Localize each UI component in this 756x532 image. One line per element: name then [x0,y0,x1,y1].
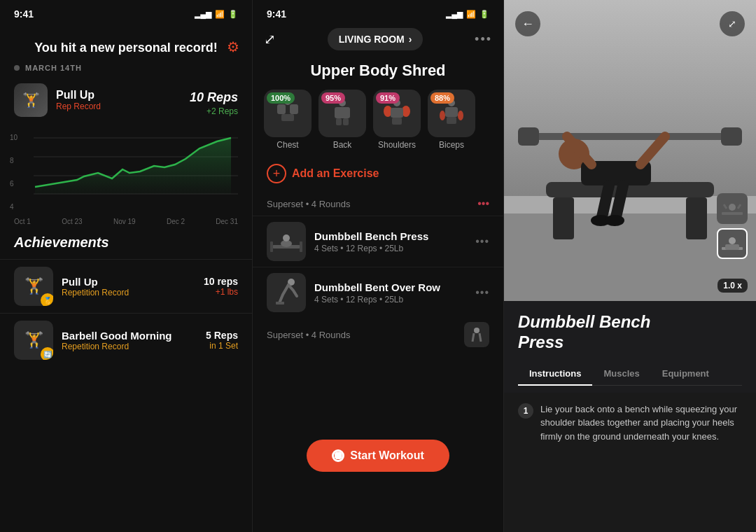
p2-statusbar: 9:41 ▂▄▆ 📶 🔋 [253,0,503,25]
p1-record-row: 🏋 Pull Up Rep Record 10 Reps +2 Reps [0,80,252,128]
y-label-6: 6 [10,180,18,188]
muscle-categories: 100% Chest 95% Back [253,90,503,160]
tab-muscles[interactable]: Muscles [592,363,650,386]
svg-rect-10 [336,118,342,125]
x-label-dec2: Dec 2 [167,218,185,225]
superset2-thumb [464,322,489,347]
muscle-biceps[interactable]: 88% Biceps [428,90,475,150]
tab-equipment-label: Equipment [662,368,709,379]
superset2-label: Superset • 4 Rounds [253,318,503,353]
chart-svg [14,131,238,215]
date-dot [14,65,20,71]
svg-rect-36 [518,127,539,146]
ach-delta-pullup: +1 lbs [204,287,238,297]
panel-personal-record: 9:41 ▂▄▆ 📶 🔋 ⚙ You hit a new personal re… [0,0,252,532]
muscle-biceps-icon-wrap: 88% [428,90,475,137]
bent-row-more-icon[interactable]: ••• [475,286,489,299]
svg-rect-52 [725,244,739,250]
muscle-back-label: Back [333,140,352,150]
muscle-shoulders[interactable]: 91% Shoulders [373,90,421,150]
ach-info-pullup: Pull Up Repetition Record [62,276,195,298]
bench-press-more-icon[interactable]: ••• [475,235,489,248]
bent-row-svg [269,275,304,310]
add-exercise-label: Add an Exercise [292,167,379,180]
p2-battery-icon: 🔋 [479,10,489,19]
svg-point-26 [283,234,290,241]
p1-date-row: MARCH 14TH [0,64,252,80]
svg-point-29 [474,328,479,333]
p3-exercise-title: Dumbbell Bench Press [518,312,742,353]
y-label-8: 8 [10,157,18,164]
muscle-biceps-label: Biceps [439,140,464,150]
svg-line-43 [616,186,623,217]
svg-rect-11 [343,118,349,125]
svg-rect-9 [335,107,350,118]
p2-expand-icon[interactable]: ⤢ [264,31,276,48]
superset1-label: Superset • 4 Rounds ••• [253,193,503,216]
p3-speed-badge[interactable]: 1.0 x [718,279,748,293]
ach-name-barbellgm: Barbell Good Morning [62,330,197,342]
p2-location-text: LIVING ROOM [339,34,405,45]
p2-more-icon[interactable]: ••• [475,32,492,47]
svg-rect-4 [277,104,286,114]
record-number: 10 [190,90,204,104]
x-label-nov19: Nov 19 [113,218,136,225]
chart-y-labels: 10 8 6 4 [10,134,18,211]
x-label-oct1: Oct 1 [14,218,31,225]
p2-wifi-icon: 📶 [466,10,476,19]
muscle-chest[interactable]: 100% Chest [264,90,312,150]
muscle-back[interactable]: 95% Back [318,90,366,150]
superset2-svg [467,325,486,344]
superset1-more-icon[interactable]: ••• [477,197,489,210]
svg-rect-16 [392,118,402,125]
pullup-thumb: 🏋 [14,83,48,117]
ach-thumb-barbellgm: 🏋 🔄 [14,321,53,360]
exercise-bench-press[interactable]: Dumbbell Bench Press 4 Sets • 12 Reps • … [253,216,503,267]
p3-thumb-2[interactable] [717,228,748,259]
svg-line-48 [724,204,727,209]
p3-instructions: 1 Lie your back onto a bench while squee… [504,393,756,454]
p3-thumb-1[interactable] [717,193,748,224]
p2-status-icons: ▂▄▆ 📶 🔋 [446,10,489,19]
p3-back-button[interactable]: ← [515,11,540,36]
exercise-bent-over-row[interactable]: Dumbbell Bent Over Row 4 Sets • 12 Reps … [253,267,503,318]
tab-instructions[interactable]: Instructions [518,363,592,386]
p2-location-button[interactable]: LIVING ROOM › [328,28,424,50]
muscle-chest-label: Chest [276,140,298,150]
ach-badge-barbellgm: 🔄 [41,347,53,360]
record-info: Pull Up Rep Record [56,89,181,111]
start-workout-button[interactable]: ⏺ Start Workout [307,440,449,472]
p3-thumbnails [717,193,748,259]
tab-muscles-label: Muscles [603,368,639,379]
bent-row-name: Dumbbell Bent Over Row [314,281,467,293]
ach-info-barbellgm: Barbell Good Morning Repetition Record [62,330,197,351]
tab-instructions-label: Instructions [529,368,581,379]
svg-rect-34 [686,197,707,239]
svg-line-41 [640,136,665,164]
p3-title-line2: Press [518,332,564,351]
achievement-pullup[interactable]: 🏋 🥇 Pull Up Repetition Record 10 reps +1… [0,259,252,313]
muscle-back-icon-wrap: 95% [318,90,366,137]
bench-press-thumb [267,222,306,261]
add-exercise-row[interactable]: + Add an Exercise [253,160,503,193]
muscle-chest-badge: 100% [267,92,295,104]
ach-sub-pullup: Repetition Record [62,288,195,298]
p1-time: 9:41 [14,8,34,20]
p3-expand-button[interactable]: ⤢ [720,11,745,36]
svg-rect-21 [447,117,456,124]
tab-equipment[interactable]: Equipment [651,363,720,386]
battery-icon: 🔋 [228,10,238,19]
ach-reps-barbellgm: 5 Reps [206,330,238,341]
start-workout-label: Start Workout [350,449,424,462]
superset2-text: Superset • 4 Rounds [267,330,350,340]
svg-rect-15 [391,108,403,118]
y-label-10: 10 [10,134,18,141]
progress-chart: 10 8 6 4 Oct 1 Oct 23 Nov 19 [0,128,252,226]
svg-point-47 [729,204,736,211]
muscle-biceps-badge: 88% [430,92,454,104]
achievement-barbellgm[interactable]: 🏋 🔄 Barbell Good Morning Repetition Reco… [0,313,252,367]
instruction-num-1: 1 [518,403,533,419]
record-exercise-sub: Rep Record [56,102,181,111]
muscle-back-badge: 95% [321,92,345,104]
gear-icon[interactable]: ⚙ [227,38,239,55]
